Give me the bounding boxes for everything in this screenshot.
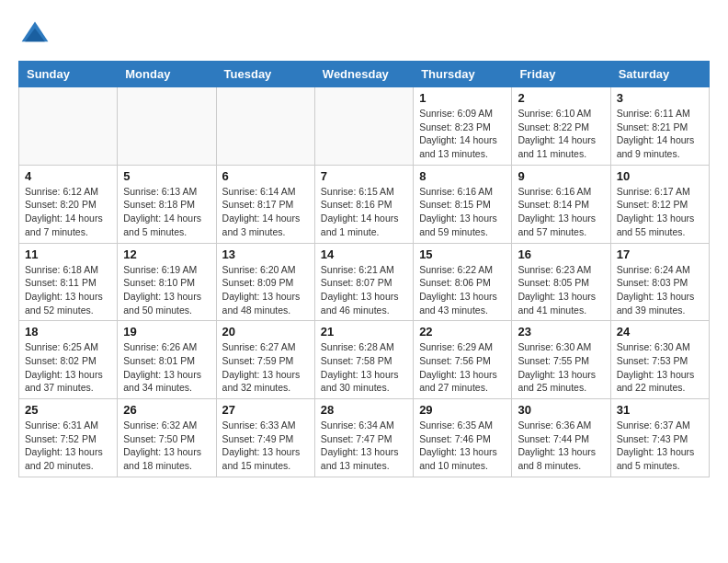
calendar-cell: 30Sunrise: 6:36 AM Sunset: 7:44 PM Dayli… <box>512 399 610 477</box>
day-info: Sunrise: 6:12 AM Sunset: 8:20 PM Dayligh… <box>25 185 111 239</box>
calendar-cell: 18Sunrise: 6:25 AM Sunset: 8:02 PM Dayli… <box>19 321 118 399</box>
calendar-week-1: 1Sunrise: 6:09 AM Sunset: 8:23 PM Daylig… <box>19 87 710 166</box>
calendar-cell <box>314 87 413 166</box>
day-number: 28 <box>321 403 407 417</box>
day-number: 13 <box>222 247 309 261</box>
day-number: 29 <box>419 403 506 417</box>
calendar-cell: 5Sunrise: 6:13 AM Sunset: 8:18 PM Daylig… <box>118 165 216 243</box>
day-number: 17 <box>617 247 703 261</box>
day-info: Sunrise: 6:09 AM Sunset: 8:23 PM Dayligh… <box>419 107 506 161</box>
calendar-cell: 20Sunrise: 6:27 AM Sunset: 7:59 PM Dayli… <box>216 321 314 399</box>
day-info: Sunrise: 6:23 AM Sunset: 8:05 PM Dayligh… <box>518 263 604 317</box>
day-info: Sunrise: 6:15 AM Sunset: 8:16 PM Dayligh… <box>321 185 407 239</box>
day-info: Sunrise: 6:30 AM Sunset: 7:55 PM Dayligh… <box>518 340 604 395</box>
day-number: 23 <box>518 325 604 339</box>
day-info: Sunrise: 6:33 AM Sunset: 7:49 PM Dayligh… <box>222 419 309 473</box>
day-info: Sunrise: 6:25 AM Sunset: 8:02 PM Dayligh… <box>25 340 111 395</box>
day-info: Sunrise: 6:10 AM Sunset: 8:22 PM Dayligh… <box>518 107 604 161</box>
calendar-cell <box>19 87 118 166</box>
day-number: 30 <box>518 403 604 417</box>
calendar-cell <box>118 87 216 166</box>
calendar-week-5: 25Sunrise: 6:31 AM Sunset: 7:52 PM Dayli… <box>19 399 710 477</box>
day-info: Sunrise: 6:34 AM Sunset: 7:47 PM Dayligh… <box>321 419 407 473</box>
day-info: Sunrise: 6:11 AM Sunset: 8:21 PM Dayligh… <box>617 107 703 161</box>
day-number: 9 <box>518 169 604 183</box>
calendar-cell: 4Sunrise: 6:12 AM Sunset: 8:20 PM Daylig… <box>19 165 118 243</box>
day-info: Sunrise: 6:35 AM Sunset: 7:46 PM Dayligh… <box>419 419 506 473</box>
day-info: Sunrise: 6:31 AM Sunset: 7:52 PM Dayligh… <box>25 419 111 473</box>
day-info: Sunrise: 6:16 AM Sunset: 8:15 PM Dayligh… <box>419 185 506 239</box>
day-number: 11 <box>25 247 111 261</box>
day-number: 16 <box>518 247 604 261</box>
day-number: 31 <box>617 403 703 417</box>
day-number: 18 <box>25 325 111 339</box>
calendar-cell: 27Sunrise: 6:33 AM Sunset: 7:49 PM Dayli… <box>216 399 314 477</box>
day-info: Sunrise: 6:27 AM Sunset: 7:59 PM Dayligh… <box>222 340 309 395</box>
day-info: Sunrise: 6:13 AM Sunset: 8:18 PM Dayligh… <box>123 185 210 239</box>
calendar-cell: 13Sunrise: 6:20 AM Sunset: 8:09 PM Dayli… <box>216 243 314 321</box>
calendar-cell: 2Sunrise: 6:10 AM Sunset: 8:22 PM Daylig… <box>512 87 610 166</box>
weekday-header-row: SundayMondayTuesdayWednesdayThursdayFrid… <box>19 62 710 87</box>
day-number: 21 <box>321 325 407 339</box>
day-number: 3 <box>617 91 703 105</box>
calendar-cell: 3Sunrise: 6:11 AM Sunset: 8:21 PM Daylig… <box>610 87 709 166</box>
weekday-header-saturday: Saturday <box>610 62 709 87</box>
day-number: 1 <box>419 91 506 105</box>
calendar-cell: 8Sunrise: 6:16 AM Sunset: 8:15 PM Daylig… <box>414 165 512 243</box>
day-info: Sunrise: 6:37 AM Sunset: 7:43 PM Dayligh… <box>617 419 703 473</box>
day-number: 15 <box>419 247 506 261</box>
calendar-week-4: 18Sunrise: 6:25 AM Sunset: 8:02 PM Dayli… <box>19 321 710 399</box>
day-number: 22 <box>419 325 506 339</box>
day-info: Sunrise: 6:17 AM Sunset: 8:12 PM Dayligh… <box>617 185 703 239</box>
day-number: 14 <box>321 247 407 261</box>
calendar-body: 1Sunrise: 6:09 AM Sunset: 8:23 PM Daylig… <box>19 87 710 477</box>
calendar-cell: 12Sunrise: 6:19 AM Sunset: 8:10 PM Dayli… <box>118 243 216 321</box>
weekday-header-friday: Friday <box>512 62 610 87</box>
day-info: Sunrise: 6:29 AM Sunset: 7:56 PM Dayligh… <box>419 340 506 395</box>
calendar-cell: 7Sunrise: 6:15 AM Sunset: 8:16 PM Daylig… <box>314 165 413 243</box>
calendar-cell: 14Sunrise: 6:21 AM Sunset: 8:07 PM Dayli… <box>314 243 413 321</box>
logo-icon <box>18 18 51 52</box>
calendar-cell: 24Sunrise: 6:30 AM Sunset: 7:53 PM Dayli… <box>610 321 709 399</box>
calendar-cell: 11Sunrise: 6:18 AM Sunset: 8:11 PM Dayli… <box>19 243 118 321</box>
calendar-cell: 23Sunrise: 6:30 AM Sunset: 7:55 PM Dayli… <box>512 321 610 399</box>
day-info: Sunrise: 6:30 AM Sunset: 7:53 PM Dayligh… <box>617 340 703 395</box>
calendar-cell: 19Sunrise: 6:26 AM Sunset: 8:01 PM Dayli… <box>118 321 216 399</box>
weekday-header-tuesday: Tuesday <box>216 62 314 87</box>
day-number: 25 <box>25 403 111 417</box>
calendar-week-2: 4Sunrise: 6:12 AM Sunset: 8:20 PM Daylig… <box>19 165 710 243</box>
page-header <box>18 18 710 52</box>
calendar-cell: 29Sunrise: 6:35 AM Sunset: 7:46 PM Dayli… <box>414 399 512 477</box>
day-number: 4 <box>25 169 111 183</box>
day-number: 8 <box>419 169 506 183</box>
day-info: Sunrise: 6:32 AM Sunset: 7:50 PM Dayligh… <box>123 419 210 473</box>
day-number: 24 <box>617 325 703 339</box>
day-info: Sunrise: 6:24 AM Sunset: 8:03 PM Dayligh… <box>617 263 703 317</box>
day-info: Sunrise: 6:19 AM Sunset: 8:10 PM Dayligh… <box>123 263 210 317</box>
day-info: Sunrise: 6:28 AM Sunset: 7:58 PM Dayligh… <box>321 340 407 395</box>
calendar-cell: 10Sunrise: 6:17 AM Sunset: 8:12 PM Dayli… <box>610 165 709 243</box>
day-info: Sunrise: 6:26 AM Sunset: 8:01 PM Dayligh… <box>123 340 210 395</box>
weekday-header-monday: Monday <box>118 62 216 87</box>
calendar-cell: 16Sunrise: 6:23 AM Sunset: 8:05 PM Dayli… <box>512 243 610 321</box>
day-number: 20 <box>222 325 309 339</box>
day-number: 12 <box>123 247 210 261</box>
day-number: 10 <box>617 169 703 183</box>
day-info: Sunrise: 6:18 AM Sunset: 8:11 PM Dayligh… <box>25 263 111 317</box>
calendar-cell: 17Sunrise: 6:24 AM Sunset: 8:03 PM Dayli… <box>610 243 709 321</box>
day-number: 6 <box>222 169 309 183</box>
weekday-header-wednesday: Wednesday <box>314 62 413 87</box>
day-info: Sunrise: 6:21 AM Sunset: 8:07 PM Dayligh… <box>321 263 407 317</box>
calendar-table: SundayMondayTuesdayWednesdayThursdayFrid… <box>18 61 710 477</box>
calendar-week-3: 11Sunrise: 6:18 AM Sunset: 8:11 PM Dayli… <box>19 243 710 321</box>
calendar-cell: 21Sunrise: 6:28 AM Sunset: 7:58 PM Dayli… <box>314 321 413 399</box>
day-number: 2 <box>518 91 604 105</box>
day-number: 19 <box>123 325 210 339</box>
calendar-cell: 31Sunrise: 6:37 AM Sunset: 7:43 PM Dayli… <box>610 399 709 477</box>
day-number: 26 <box>123 403 210 417</box>
day-info: Sunrise: 6:22 AM Sunset: 8:06 PM Dayligh… <box>419 263 506 317</box>
weekday-header-thursday: Thursday <box>414 62 512 87</box>
calendar-cell <box>216 87 314 166</box>
calendar-cell: 9Sunrise: 6:16 AM Sunset: 8:14 PM Daylig… <box>512 165 610 243</box>
calendar-cell: 15Sunrise: 6:22 AM Sunset: 8:06 PM Dayli… <box>414 243 512 321</box>
